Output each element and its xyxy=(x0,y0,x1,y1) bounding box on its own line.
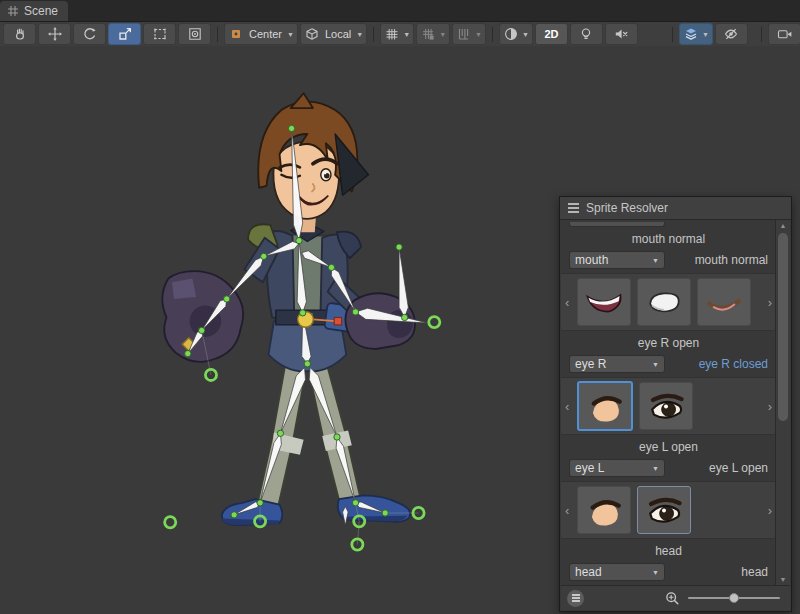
local-space-icon xyxy=(304,26,320,42)
chevron-down-icon: ▼ xyxy=(702,31,709,38)
panel-header[interactable]: Sprite Resolver xyxy=(560,197,791,220)
strip-prev-icon[interactable]: ‹ xyxy=(565,503,569,518)
handle-rotation-dropdown[interactable]: Local ▼ xyxy=(300,23,367,45)
mouth-closed-white-sprite-image xyxy=(642,283,686,321)
chevron-down-icon: ▼ xyxy=(652,257,659,264)
strip-next-icon[interactable]: › xyxy=(768,295,772,310)
scene-visibility-toggle[interactable] xyxy=(715,23,748,45)
eye-crossed-icon xyxy=(723,26,739,42)
handle-rotation-label: Local xyxy=(323,28,353,40)
dropdown-value: eye L xyxy=(575,461,604,475)
strip-prev-icon[interactable]: ‹ xyxy=(565,295,569,310)
section-title-eye-l: eye L open xyxy=(561,435,776,457)
scroll-down-icon[interactable]: ▼ xyxy=(776,575,790,585)
eye-closed-sprite-image xyxy=(583,387,627,425)
rect-tool-button[interactable] xyxy=(143,23,176,45)
list-view-button[interactable] xyxy=(567,590,584,607)
mouth-open-sprite-image xyxy=(582,283,626,321)
eye-r-current-label: eye R closed xyxy=(699,357,768,371)
panel-scrollbar[interactable]: ▲ ▼ xyxy=(775,220,790,586)
pivot-center-icon xyxy=(228,26,244,42)
scale-icon xyxy=(117,26,133,42)
toolbar-separator xyxy=(761,27,762,42)
selected-bone-handle[interactable] xyxy=(334,317,341,324)
section-row-mouth: mouth ▼ mouth normal xyxy=(561,249,776,271)
camera-icon xyxy=(777,26,793,42)
section-row-head: head ▼ head xyxy=(561,561,776,583)
transform-icon xyxy=(187,26,203,42)
shading-mode-dropdown[interactable]: ▼ xyxy=(499,23,533,45)
scene-camera-button[interactable] xyxy=(768,23,800,45)
mouth-current-label: mouth normal xyxy=(695,253,768,267)
scroll-up-icon[interactable]: ▲ xyxy=(776,221,790,231)
2d-mode-toggle[interactable]: 2D xyxy=(535,23,568,45)
panel-body: mouth normal mouth ▼ mouth normal ‹ xyxy=(561,220,776,586)
sprite-resolver-panel: Sprite Resolver mouth normal mouth ▼ mou… xyxy=(559,196,792,612)
scene-toolbar: Center ▼ Local ▼ ▼ ▼ xyxy=(0,22,800,47)
chevron-down-icon: ▼ xyxy=(356,31,363,38)
2d-mode-label: 2D xyxy=(542,28,560,40)
section-row-eye-l: eye L ▼ eye L open xyxy=(561,457,776,479)
rotate-icon xyxy=(82,26,98,42)
mouth-open-sprite[interactable] xyxy=(577,278,631,326)
chevron-down-icon: ▼ xyxy=(652,569,659,576)
mouth-closed-white-sprite[interactable] xyxy=(637,278,691,326)
scene-audio-toggle[interactable] xyxy=(605,23,638,45)
move-icon xyxy=(47,26,63,42)
eye-l-sprite-strip: ‹ › xyxy=(561,481,776,539)
mouth-category-dropdown[interactable]: mouth ▼ xyxy=(569,251,665,269)
chevron-down-icon: ▼ xyxy=(475,31,482,38)
chevron-down-icon: ▼ xyxy=(652,361,659,368)
strip-prev-icon[interactable]: ‹ xyxy=(565,399,569,414)
toolbar-separator xyxy=(217,27,218,42)
eye-r-category-dropdown[interactable]: eye R ▼ xyxy=(569,355,665,373)
dropdown-value: eye R xyxy=(575,357,606,371)
section-title-head: head xyxy=(561,539,776,561)
mouth-sprite-strip: ‹ xyxy=(561,273,776,331)
strip-next-icon[interactable]: › xyxy=(768,399,772,414)
move-tool-button[interactable] xyxy=(38,23,71,45)
chevron-down-icon: ▼ xyxy=(439,31,446,38)
scrollbar-thumb[interactable] xyxy=(778,233,788,421)
strip-next-icon[interactable]: › xyxy=(768,503,772,518)
head-current-label: head xyxy=(741,565,768,579)
scene-lighting-toggle[interactable] xyxy=(570,23,603,45)
rotate-tool-button[interactable] xyxy=(73,23,106,45)
grid-visibility-dropdown[interactable]: ▼ xyxy=(380,23,414,45)
snap-increment-dropdown[interactable]: ▼ xyxy=(416,23,450,45)
tab-label: Scene xyxy=(24,4,58,18)
layers-icon xyxy=(683,26,699,42)
light-bulb-icon xyxy=(578,26,594,42)
audio-muted-icon xyxy=(613,26,629,42)
tab-scene[interactable]: Scene xyxy=(0,1,68,21)
shaded-view-icon xyxy=(503,26,519,42)
pivot-mode-label: Center xyxy=(247,28,284,40)
list-icon xyxy=(572,597,580,599)
panel-bottom-bar xyxy=(561,585,790,610)
character-sprite[interactable] xyxy=(162,93,415,525)
pivot-mode-dropdown[interactable]: Center ▼ xyxy=(224,23,298,45)
eye-l-closed-sprite[interactable] xyxy=(577,486,631,534)
tab-bar: Scene xyxy=(0,0,800,22)
section-title-eye-r: eye R open xyxy=(561,331,776,353)
effects-dropdown[interactable]: ▼ xyxy=(679,23,713,45)
thumbnail-zoom-slider[interactable] xyxy=(688,592,780,604)
hand-tool-button[interactable] xyxy=(3,23,36,45)
unity-scene-view: Scene xyxy=(0,0,800,614)
mouth-smile-sprite[interactable] xyxy=(697,278,751,326)
chevron-down-icon: ▼ xyxy=(522,31,529,38)
unit-snap-dropdown[interactable]: ▼ xyxy=(452,23,486,45)
eye-r-open-sprite[interactable] xyxy=(639,382,693,430)
eye-l-category-dropdown[interactable]: eye L ▼ xyxy=(569,459,665,477)
section-title-mouth: mouth normal xyxy=(561,227,776,249)
transform-tool-button[interactable] xyxy=(178,23,211,45)
mouth-smile-sprite-image xyxy=(702,283,746,321)
eye-l-open-sprite[interactable] xyxy=(637,486,691,534)
head-category-dropdown[interactable]: head ▼ xyxy=(569,563,665,581)
zoom-icon xyxy=(665,591,680,606)
slider-knob[interactable] xyxy=(729,593,739,603)
eye-r-closed-sprite[interactable] xyxy=(577,381,633,431)
dropdown-value: mouth xyxy=(575,253,608,267)
panel-menu-icon[interactable] xyxy=(568,207,579,209)
scale-tool-button[interactable] xyxy=(108,23,141,45)
